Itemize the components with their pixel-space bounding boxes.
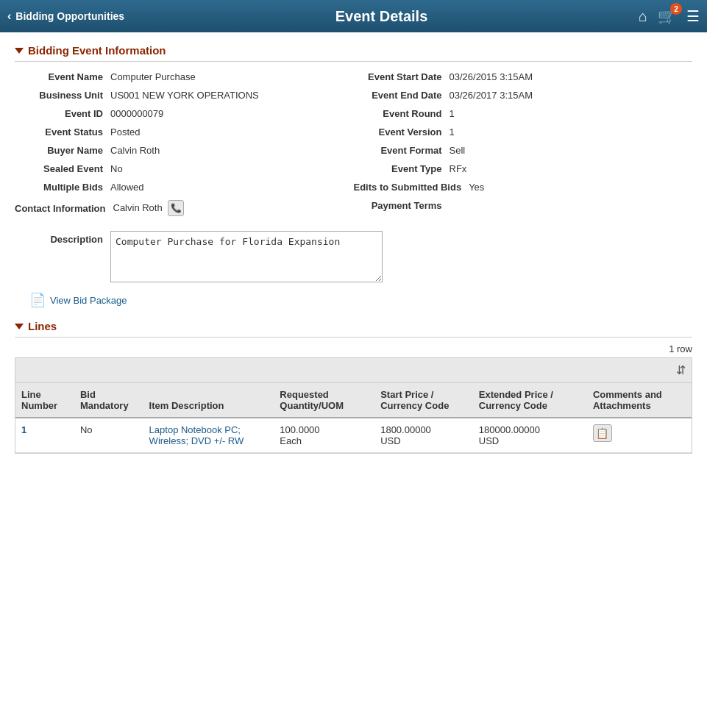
edits-label: Edits to Submitted Bids (354, 182, 469, 193)
sealed-event-row: Sealed Event No (15, 160, 354, 178)
business-unit-label: Business Unit (15, 90, 110, 101)
event-version-row: Event Version 1 (354, 123, 693, 141)
right-column: Event Start Date 03/26/2015 3:15AM Event… (354, 68, 693, 220)
description-label: Description (15, 231, 110, 245)
buyer-name-label: Buyer Name (15, 145, 110, 156)
col-extended-price: Extended Price / Currency Code (473, 383, 587, 418)
comments-attachments-icon[interactable]: 📋 (593, 424, 612, 442)
event-end-date-label: Event End Date (354, 90, 450, 101)
event-start-date-label: Event Start Date (354, 71, 450, 82)
menu-icon[interactable]: ☰ (686, 7, 700, 25)
col-bid-mandatory: Bid Mandatory (74, 383, 143, 418)
event-end-date-value: 03/26/2017 3:15AM (450, 90, 533, 101)
event-id-label: Event ID (15, 108, 110, 119)
sealed-event-label: Sealed Event (15, 163, 110, 174)
view-bid-package-link[interactable]: 📄 View Bid Package (29, 292, 692, 308)
multiple-bids-label: Multiple Bids (15, 182, 110, 193)
cell-start-price: 1800.00000USD (374, 418, 473, 453)
header-icons: ⌂ 🛒 2 ☰ (639, 7, 700, 25)
description-row: Description Computer Purchase for Florid… (15, 227, 692, 286)
event-round-row: Event Round 1 (354, 104, 693, 123)
main-content: Bidding Event Information Event Name Com… (0, 32, 707, 728)
event-name-label: Event Name (15, 71, 110, 82)
event-format-value: Sell (450, 145, 466, 156)
event-name-row: Event Name Computer Purchase (15, 68, 354, 86)
event-start-date-row: Event Start Date 03/26/2015 3:15AM (354, 68, 693, 86)
back-navigation[interactable]: ‹ Bidding Opportunities (7, 10, 124, 23)
cart-badge: 2 (670, 3, 682, 15)
home-icon[interactable]: ⌂ (639, 8, 647, 25)
table-toolbar: ⇵ (15, 358, 692, 383)
cell-bid-mandatory: No (74, 418, 143, 453)
event-status-row: Event Status Posted (15, 123, 354, 141)
edits-row: Edits to Submitted Bids Yes (354, 178, 693, 196)
cell-comments[interactable]: 📋 (587, 418, 692, 453)
lines-section-label: Lines (28, 320, 57, 332)
lines-table-wrapper: ⇵ Line Number Bid Mandatory Item Descrip… (15, 357, 692, 454)
event-format-row: Event Format Sell (354, 141, 693, 160)
sealed-event-value: No (110, 163, 123, 174)
view-bid-package-label: View Bid Package (50, 295, 127, 306)
table-header-row: Line Number Bid Mandatory Item Descripti… (15, 383, 692, 418)
cell-extended-price: 180000.00000USD (473, 418, 587, 453)
business-unit-row: Business Unit US001 NEW YORK OPERATIONS (15, 86, 354, 104)
event-status-label: Event Status (15, 126, 110, 138)
event-type-value: RFx (450, 163, 467, 174)
bidding-event-section-header: Bidding Event Information (15, 44, 692, 62)
event-type-row: Event Type RFx (354, 160, 693, 178)
lines-table: Line Number Bid Mandatory Item Descripti… (15, 383, 692, 453)
back-label: Bidding Opportunities (15, 10, 124, 22)
page-header: ‹ Bidding Opportunities Event Details ⌂ … (0, 0, 707, 32)
event-format-label: Event Format (354, 145, 450, 156)
col-comments: Comments and Attachments (587, 383, 692, 418)
buyer-name-value: Calvin Roth (110, 145, 160, 156)
cell-item-description: Laptop Notebook PC; Wireless; DVD +/- RW (143, 418, 274, 453)
event-status-value: Posted (110, 126, 140, 138)
payment-terms-label: Payment Terms (354, 200, 450, 211)
lines-section: Lines 1 row ⇵ Line Number Bid Mandatory (15, 320, 692, 454)
lines-section-header: Lines (15, 320, 692, 338)
pdf-icon: 📄 (29, 292, 46, 308)
back-arrow-icon: ‹ (7, 10, 11, 23)
event-start-date-value: 03/26/2015 3:15AM (450, 71, 533, 82)
event-info-grid: Event Name Computer Purchase Business Un… (15, 68, 692, 220)
col-item-description: Item Description (143, 383, 274, 418)
col-line-number: Line Number (15, 383, 74, 418)
event-version-label: Event Version (354, 126, 450, 138)
buyer-name-row: Buyer Name Calvin Roth (15, 141, 354, 160)
lines-collapse-triangle-icon[interactable] (15, 324, 24, 329)
event-round-value: 1 (450, 108, 455, 119)
contact-info-label: Contact Information (15, 203, 113, 214)
cell-requested-qty: 100.0000Each (274, 418, 374, 453)
event-id-value: 0000000079 (110, 108, 163, 119)
event-end-date-row: Event End Date 03/26/2017 3:15AM (354, 86, 693, 104)
contact-info-row: Contact Information Calvin Roth 📞 (15, 196, 354, 220)
bidding-event-section-label: Bidding Event Information (28, 44, 166, 57)
sort-icon[interactable]: ⇵ (676, 363, 686, 377)
table-row: 1 No Laptop Notebook PC; Wireless; DVD +… (15, 418, 692, 453)
col-start-price: Start Price / Currency Code (374, 383, 473, 418)
cell-line-number[interactable]: 1 (15, 418, 74, 453)
edits-value: Yes (469, 182, 484, 193)
event-name-value: Computer Purchase (110, 71, 196, 82)
event-round-label: Event Round (354, 108, 450, 119)
contact-info-value: Calvin Roth 📞 (113, 200, 185, 216)
cart-icon[interactable]: 🛒 2 (658, 7, 676, 25)
event-id-row: Event ID 0000000079 (15, 104, 354, 123)
multiple-bids-value: Allowed (110, 182, 144, 193)
payment-terms-row: Payment Terms (354, 196, 693, 215)
event-type-label: Event Type (354, 163, 450, 174)
business-unit-value: US001 NEW YORK OPERATIONS (110, 90, 259, 101)
description-textarea[interactable]: Computer Purchase for Florida Expansion (110, 231, 383, 282)
row-count: 1 row (15, 343, 692, 354)
page-title: Event Details (124, 8, 639, 25)
collapse-triangle-icon[interactable] (15, 48, 24, 54)
contact-name-text: Calvin Roth (113, 202, 163, 213)
col-requested-qty: Requested Quantity/UOM (274, 383, 374, 418)
phone-icon[interactable]: 📞 (168, 200, 184, 216)
event-version-value: 1 (450, 126, 455, 138)
multiple-bids-row: Multiple Bids Allowed (15, 178, 354, 196)
left-column: Event Name Computer Purchase Business Un… (15, 68, 354, 220)
